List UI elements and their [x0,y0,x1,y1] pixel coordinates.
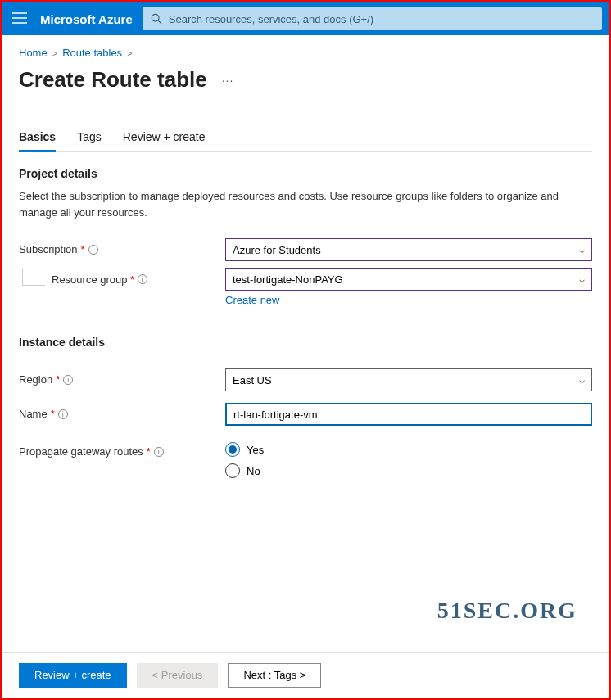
required-marker: * [56,373,60,386]
propagate-yes-radio[interactable]: Yes [225,442,592,457]
chevron-right-icon: > [52,48,57,58]
chevron-down-icon: ⌵ [579,273,585,285]
breadcrumb-route-tables[interactable]: Route tables [62,47,122,59]
breadcrumb-home[interactable]: Home [19,47,48,59]
radio-yes-label: Yes [247,444,264,456]
top-bar: Microsoft Azure Search resources, servic… [2,2,609,35]
radio-unchecked-icon [225,463,240,478]
review-create-button[interactable]: Review + create [19,663,127,688]
page-title: Create Route table [19,67,207,93]
name-label: Name [19,408,48,420]
tab-basics[interactable]: Basics [19,130,56,152]
tree-connector-icon [22,269,45,286]
hamburger-menu-icon[interactable] [9,8,30,29]
region-label: Region [19,373,52,386]
chevron-right-icon: > [127,48,132,58]
footer: Review + create < Previous Next : Tags > [2,652,609,698]
info-icon[interactable]: i [88,245,98,255]
page-header: Create Route table ··· [2,64,609,93]
resource-group-label: Resource group [52,273,128,286]
chevron-down-icon: ⌵ [579,374,585,386]
info-icon[interactable]: i [63,375,73,385]
search-placeholder: Search resources, services, and docs (G+… [169,13,373,25]
required-marker: * [51,408,55,420]
tab-review-create[interactable]: Review + create [123,130,206,152]
resource-group-select[interactable]: test-fortigate-NonPAYG ⌵ [225,268,592,291]
next-button[interactable]: Next : Tags > [228,663,321,688]
info-icon[interactable]: i [154,447,164,457]
more-actions-icon[interactable]: ··· [222,74,234,87]
svg-point-0 [152,14,159,21]
required-marker: * [128,273,135,286]
brand-label: Microsoft Azure [40,12,133,26]
tabs: Basics Tags Review + create [19,130,592,152]
tab-tags[interactable]: Tags [77,130,102,152]
global-search-input[interactable]: Search resources, services, and docs (G+… [143,7,602,30]
subscription-label: Subscription [19,243,78,255]
project-details-heading: Project details [19,167,592,180]
watermark: 51SEC.ORG [437,598,577,624]
search-icon [151,13,162,25]
radio-checked-icon [225,442,240,457]
info-icon[interactable]: i [138,274,147,284]
project-details-description: Select the subscription to manage deploy… [19,188,592,220]
region-select[interactable]: East US ⌵ [225,368,592,391]
propagate-label: Propagate gateway routes [19,445,143,458]
breadcrumb: Home > Route tables > [2,35,609,64]
required-marker: * [147,445,151,458]
required-marker: * [81,243,85,255]
create-new-link[interactable]: Create new [225,294,279,306]
propagate-no-radio[interactable]: No [225,463,592,478]
subscription-value: Azure for Students [233,244,321,256]
name-input[interactable] [225,403,592,426]
subscription-select[interactable]: Azure for Students ⌵ [225,238,592,261]
svg-line-1 [158,20,161,24]
chevron-down-icon: ⌵ [579,244,585,255]
resource-group-value: test-fortigate-NonPAYG [233,273,343,286]
radio-no-label: No [247,465,260,477]
instance-details-heading: Instance details [19,336,592,349]
previous-button: < Previous [137,663,219,688]
info-icon[interactable]: i [58,409,68,419]
region-value: East US [233,374,272,386]
